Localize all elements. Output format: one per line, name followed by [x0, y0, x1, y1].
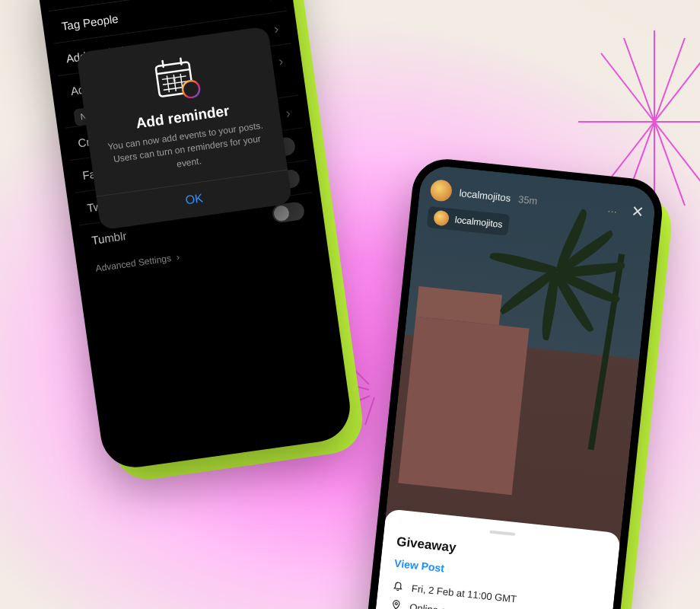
- phone-compose: Tag People › Add reminder › Add Location…: [33, 0, 354, 472]
- device-frame: localmojitos 35m … ✕ localmojitos Giveaw…: [361, 156, 665, 609]
- modal-ok-label: OK: [185, 192, 204, 207]
- more-icon[interactable]: …: [607, 202, 619, 215]
- sheet-grabber[interactable]: [489, 530, 515, 536]
- location-pin-icon: [390, 598, 403, 609]
- row-label: Tumblr: [91, 228, 127, 246]
- chevron-right-icon: ›: [278, 53, 285, 70]
- svg-line-11: [157, 69, 190, 74]
- row-label: Tag People: [61, 11, 119, 32]
- advanced-settings-label: Advanced Settings: [95, 253, 172, 274]
- chevron-right-icon: ›: [269, 0, 275, 5]
- chevron-right-icon: ›: [176, 251, 180, 262]
- avatar[interactable]: [429, 179, 453, 202]
- chevron-right-icon: ›: [273, 21, 280, 37]
- story-screen: localmojitos 35m … ✕ localmojitos Giveaw…: [370, 164, 657, 609]
- event-time: Fri, 2 Feb at 11:00 GMT: [411, 582, 517, 604]
- phone-story: localmojitos 35m … ✕ localmojitos Giveaw…: [361, 156, 665, 609]
- svg-point-24: [395, 602, 397, 604]
- svg-line-9: [365, 397, 374, 425]
- compose-screen: Tag People › Add reminder › Add Location…: [43, 0, 346, 463]
- event-location: Online event: [409, 601, 466, 609]
- close-icon[interactable]: ✕: [630, 202, 644, 222]
- story-time: 35m: [517, 193, 538, 207]
- story-username[interactable]: localmojitos: [459, 187, 511, 203]
- avatar: [433, 210, 450, 227]
- chevron-right-icon: ›: [285, 105, 291, 122]
- mention-username: localmojitos: [454, 214, 503, 229]
- svg-line-13: [180, 59, 181, 65]
- svg-line-23: [187, 88, 195, 89]
- svg-line-12: [163, 61, 164, 67]
- canvas: Tag People › Add reminder › Add Location…: [0, 0, 700, 609]
- add-reminder-modal: × Add reminder You can now add events to…: [76, 26, 292, 230]
- bell-icon: [391, 579, 405, 594]
